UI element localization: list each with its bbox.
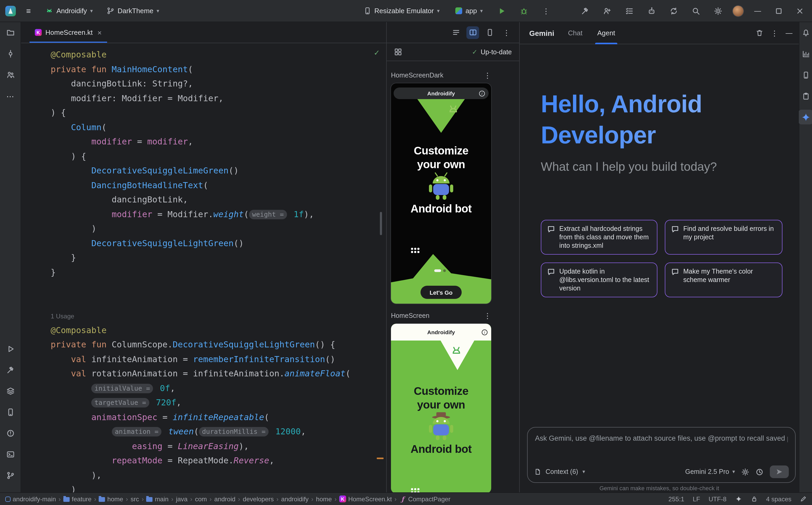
- breadcrumb-item[interactable]: feature: [63, 495, 92, 503]
- gear-icon[interactable]: [741, 468, 749, 476]
- breadcrumb-item[interactable]: main: [146, 495, 168, 503]
- tab-agent[interactable]: Agent: [596, 22, 616, 44]
- layout-inspector-button[interactable]: [798, 89, 812, 103]
- lets-go-button[interactable]: Let's Go: [421, 286, 462, 299]
- caret-position[interactable]: 255:1: [669, 495, 684, 503]
- code-line[interactable]: animation = tween(durationMillis = 12000…: [51, 425, 386, 439]
- problems-tool-button[interactable]: [3, 426, 18, 441]
- settings-button[interactable]: [711, 3, 725, 18]
- code-line[interactable]: ): [51, 221, 386, 236]
- gemini-suggestion-card[interactable]: Update kotlin in @libs.version.toml to t…: [541, 263, 658, 297]
- code-line[interactable]: ): [51, 482, 386, 492]
- code-line[interactable]: @Composable: [51, 47, 386, 62]
- device-manager-tool-button[interactable]: [3, 405, 18, 419]
- history-clock-icon[interactable]: [756, 468, 764, 476]
- tab-chat[interactable]: Chat: [567, 22, 584, 44]
- code-line[interactable]: private fun MainHomeContent(: [51, 62, 386, 76]
- build-tool-button[interactable]: [3, 363, 18, 377]
- hide-panel-icon[interactable]: —: [786, 29, 793, 36]
- commit-tool-button[interactable]: [3, 46, 18, 61]
- lock-icon[interactable]: [751, 496, 758, 502]
- code-line[interactable]: modifier: Modifier = Modifier,: [51, 91, 386, 106]
- code-line[interactable]: animationSpec = infiniteRepeatable(: [51, 410, 386, 425]
- code-line[interactable]: DecorativeSquiggleLimeGreen(): [51, 163, 386, 178]
- profiler-button[interactable]: [798, 46, 812, 61]
- warning-stripe-mark[interactable]: [377, 458, 383, 459]
- code-line[interactable]: Column(: [51, 120, 386, 134]
- maximize-window-button[interactable]: [772, 4, 786, 18]
- code-line[interactable]: }: [51, 250, 386, 265]
- gemini-tool-button[interactable]: [798, 110, 812, 124]
- version-control-tool-button[interactable]: [3, 468, 18, 483]
- kebab-icon[interactable]: ⋮: [771, 29, 778, 37]
- code-line[interactable]: modifier = modifier,: [51, 134, 386, 149]
- more-run-options-button[interactable]: ⋮: [539, 3, 554, 18]
- code-with-me-button[interactable]: [600, 3, 615, 18]
- breadcrumb-item[interactable]: home: [99, 495, 123, 503]
- code-line[interactable]: 1 Usage: [51, 308, 386, 323]
- code-content[interactable]: @Composableprivate fun MainHomeContent( …: [21, 43, 386, 492]
- trash-icon[interactable]: [756, 29, 764, 37]
- preview-homescreen[interactable]: Androidify i Customize your own: [391, 324, 491, 492]
- gemini-suggestion-card[interactable]: Find and resolve build errors in my proj…: [665, 220, 783, 255]
- code-line[interactable]: ) {: [51, 149, 386, 163]
- code-line[interactable]: @Composable: [51, 323, 386, 337]
- build-button[interactable]: [578, 3, 592, 18]
- breadcrumb-item[interactable]: java: [176, 495, 188, 503]
- code-line[interactable]: DancingBotHeadlineText(: [51, 178, 386, 192]
- project-widget[interactable]: Androidify ▾: [41, 3, 97, 18]
- inspections-ok-icon[interactable]: ✓: [374, 48, 380, 57]
- code-line[interactable]: DecorativeSquiggleLightGreen(): [51, 236, 386, 250]
- code-line[interactable]: val infiniteAnimation = rememberInfinite…: [51, 352, 386, 366]
- preview-scroll-area[interactable]: HomeScreenDark ⋮ Androidify i Customize: [387, 61, 519, 492]
- minimize-window-button[interactable]: —: [751, 4, 765, 18]
- preview-options-button[interactable]: ⋮: [500, 26, 513, 39]
- main-menu-button[interactable]: ≡: [21, 3, 36, 18]
- gemini-suggestion-card[interactable]: Extract all hardcoded strings from this …: [541, 220, 658, 255]
- notifications-button[interactable]: [798, 25, 812, 40]
- breadcrumb-item[interactable]: com: [195, 495, 207, 503]
- editor-tab-homescreen[interactable]: K HomeScreen.kt ×: [29, 22, 107, 43]
- close-tab-icon[interactable]: ×: [97, 28, 102, 37]
- debug-button[interactable]: [516, 3, 531, 18]
- search-everywhere-button[interactable]: [689, 3, 703, 18]
- logcat-tool-button[interactable]: [3, 384, 18, 398]
- vcs-branch-widget[interactable]: DarkTheme ▾: [102, 3, 163, 18]
- project-tool-button[interactable]: [3, 25, 18, 40]
- breadcrumb-item[interactable]: ƒCompactPager: [399, 495, 450, 503]
- terminal-tool-button[interactable]: [3, 447, 18, 462]
- run-button[interactable]: [494, 3, 509, 18]
- device-selector[interactable]: Resizable Emulator ▾: [359, 3, 444, 18]
- pull-requests-tool-button[interactable]: [3, 67, 18, 82]
- kebab-icon[interactable]: ⋮: [484, 312, 491, 319]
- breadcrumb-item[interactable]: androidify-main: [5, 495, 56, 503]
- code-line[interactable]: ) {: [51, 106, 386, 120]
- running-devices-button[interactable]: [798, 67, 812, 82]
- preview-homescreendark[interactable]: Androidify i Customize your own: [391, 83, 491, 304]
- code-line[interactable]: initialValue = 0f,: [51, 381, 386, 395]
- task-list-button[interactable]: [622, 3, 637, 18]
- code-line[interactable]: [51, 294, 386, 308]
- code-line[interactable]: dancingBotLink,: [51, 192, 386, 207]
- gemini-suggestion-card[interactable]: Make my Theme's color scheme warmer: [665, 263, 783, 297]
- gradle-sync-button[interactable]: [666, 3, 681, 18]
- split-view-button[interactable]: [466, 26, 479, 39]
- preview-sync-status[interactable]: ✓ Up-to-date: [472, 48, 512, 56]
- gallery-grid-icon[interactable]: [394, 48, 402, 56]
- breadcrumb-item[interactable]: home: [316, 495, 332, 503]
- code-line[interactable]: val rotationAnimation = infiniteAnimatio…: [51, 366, 386, 381]
- code-line[interactable]: [51, 279, 386, 294]
- design-view-button[interactable]: [483, 26, 496, 39]
- code-line[interactable]: }: [51, 265, 386, 279]
- file-encoding[interactable]: UTF-8: [709, 495, 726, 503]
- run-configuration-selector[interactable]: app ▾: [451, 3, 487, 18]
- code-line[interactable]: easing = LinearEasing),: [51, 439, 386, 453]
- context-selector[interactable]: Context (6) ▾: [534, 468, 585, 476]
- indent-setting[interactable]: 4 spaces: [766, 495, 791, 503]
- user-avatar[interactable]: [733, 6, 743, 16]
- breadcrumb-item[interactable]: android: [214, 495, 235, 503]
- code-line[interactable]: modifier = Modifier.weight(weight = 1f),: [51, 207, 386, 221]
- kebab-icon[interactable]: ⋮: [484, 72, 491, 79]
- breadcrumb-item[interactable]: androidify: [281, 495, 309, 503]
- breadcrumb-item[interactable]: KHomeScreen.kt: [339, 495, 392, 503]
